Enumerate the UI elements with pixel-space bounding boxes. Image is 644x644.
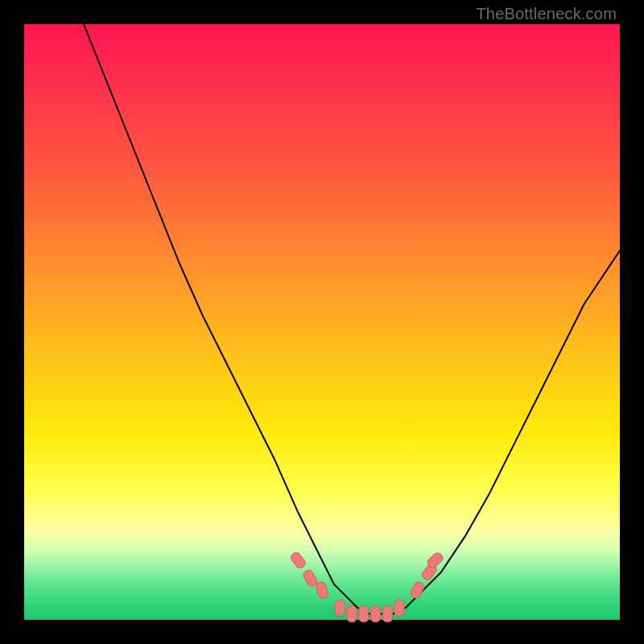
bottleneck-curve	[84, 24, 620, 614]
outer-frame: TheBottleneck.com	[0, 0, 644, 644]
watermark-text: TheBottleneck.com	[476, 5, 617, 23]
plot-area	[24, 24, 620, 620]
curve-marker	[315, 581, 329, 600]
marker-layer	[290, 551, 445, 621]
curve-marker	[359, 606, 369, 622]
curve-marker	[347, 606, 357, 622]
curve-marker	[335, 600, 345, 616]
curve-marker	[382, 606, 392, 622]
curve-layer	[84, 24, 620, 614]
chart-svg	[24, 24, 620, 620]
curve-marker	[290, 551, 308, 569]
curve-marker	[409, 580, 425, 599]
curve-marker	[394, 600, 404, 616]
curve-marker	[302, 569, 318, 588]
curve-marker	[371, 606, 381, 622]
